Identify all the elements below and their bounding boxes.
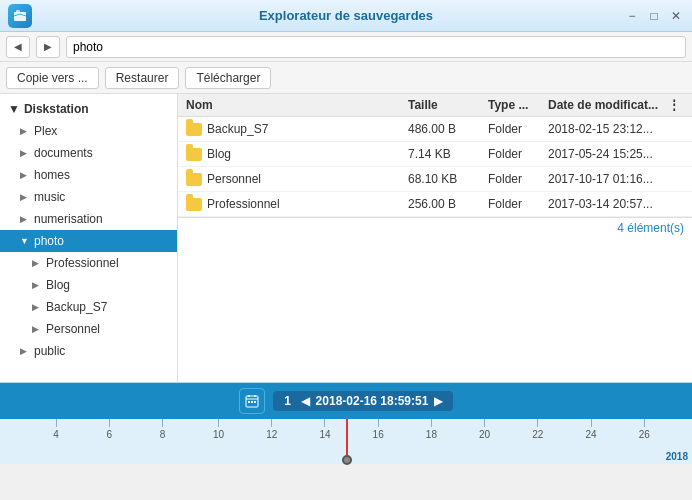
file-type-cell: Folder <box>488 122 548 136</box>
tick-label: 16 <box>373 429 384 440</box>
sidebar-item-label: Professionnel <box>46 256 119 270</box>
table-row[interactable]: Personnel 68.10 KB Folder 2017-10-17 01:… <box>178 167 692 192</box>
expand-arrow: ▶ <box>20 170 30 180</box>
sidebar-item-label: homes <box>34 168 70 182</box>
folder-icon <box>186 171 202 187</box>
sidebar-item-label: documents <box>34 146 93 160</box>
tick-label: 10 <box>213 429 224 440</box>
tick-mark: 24 <box>586 419 597 440</box>
expand-arrow: ▶ <box>32 280 42 290</box>
tick-line <box>378 419 379 427</box>
tick-line <box>218 419 219 427</box>
timeline-ruler[interactable]: 4 6 8 10 12 14 16 18 20 22 24 262018 <box>0 419 692 464</box>
timeline-next-button[interactable]: ▶ <box>432 394 445 408</box>
sidebar-item-plex[interactable]: ▶ Plex <box>0 120 177 142</box>
expand-arrow: ▶ <box>20 346 30 356</box>
tick-label: 26 <box>639 429 650 440</box>
file-type-cell: Folder <box>488 197 548 211</box>
tick-line <box>537 419 538 427</box>
expand-arrow: ▶ <box>32 258 42 268</box>
sidebar-item-documents[interactable]: ▶ documents <box>0 142 177 164</box>
tick-label: 24 <box>586 429 597 440</box>
timeline-nav: 1 ◀ 2018-02-16 18:59:51 ▶ <box>273 391 454 411</box>
tick-line <box>431 419 432 427</box>
svg-rect-6 <box>248 401 250 403</box>
file-size-cell: 256.00 B <box>408 197 488 211</box>
svg-rect-0 <box>14 12 26 21</box>
table-row[interactable]: Blog 7.14 KB Folder 2017-05-24 15:25... <box>178 142 692 167</box>
tick-mark: 6 <box>106 419 112 440</box>
restore-button[interactable]: Restaurer <box>105 67 180 89</box>
file-name-cell: Personnel <box>186 171 408 187</box>
tick-label: 8 <box>160 429 166 440</box>
expand-arrow: ▼ <box>20 236 30 246</box>
file-date-cell: 2017-05-24 15:25... <box>548 147 668 161</box>
window-title: Explorateur de sauvegardes <box>259 8 433 23</box>
sidebar-item-professionnel[interactable]: ▶ Professionnel <box>0 252 177 274</box>
file-type-cell: Folder <box>488 147 548 161</box>
sidebar-item-music[interactable]: ▶ music <box>0 186 177 208</box>
folder-icon <box>186 146 202 162</box>
timeline-cursor <box>346 419 348 464</box>
tick-line <box>324 419 325 427</box>
tick-line <box>591 419 592 427</box>
tick-line <box>162 419 163 427</box>
tick-label: 14 <box>319 429 330 440</box>
tick-mark: 14 <box>319 419 330 440</box>
file-date-cell: 2017-03-14 20:57... <box>548 197 668 211</box>
tick-mark: 10 <box>213 419 224 440</box>
tick-mark: 16 <box>373 419 384 440</box>
expand-arrow: ▶ <box>20 148 30 158</box>
sidebar-item-label: Plex <box>34 124 57 138</box>
file-name-cell: Blog <box>186 146 408 162</box>
calendar-button[interactable] <box>239 388 265 414</box>
tick-mark: 18 <box>426 419 437 440</box>
file-date-cell: 2017-10-17 01:16... <box>548 172 668 186</box>
path-input[interactable] <box>66 36 686 58</box>
timeline-prev-button[interactable]: ◀ <box>299 394 312 408</box>
tick-label: 6 <box>106 429 112 440</box>
tick-line <box>56 419 57 427</box>
folder-icon <box>186 121 202 137</box>
sidebar-item-personnel[interactable]: ▶ Personnel <box>0 318 177 340</box>
back-button[interactable]: ◀ <box>6 36 30 58</box>
expand-arrow: ▶ <box>20 214 30 224</box>
file-name-cell: Backup_S7 <box>186 121 408 137</box>
sidebar-item-backup_s7[interactable]: ▶ Backup_S7 <box>0 296 177 318</box>
col-header-more[interactable]: ⋮ <box>668 98 684 112</box>
minimize-button[interactable]: − <box>624 8 640 24</box>
tick-line <box>109 419 110 427</box>
action-bar: Copie vers ... Restaurer Télécharger <box>0 62 692 94</box>
close-button[interactable]: ✕ <box>668 8 684 24</box>
app-icon <box>8 4 32 28</box>
copy-to-button[interactable]: Copie vers ... <box>6 67 99 89</box>
svg-rect-1 <box>16 10 20 13</box>
tick-label: 20 <box>479 429 490 440</box>
main-content: ▼ Diskstation ▶ Plex▶ documents▶ homes▶ … <box>0 94 692 382</box>
window-controls: − □ ✕ <box>624 8 684 24</box>
sidebar-item-blog[interactable]: ▶ Blog <box>0 274 177 296</box>
table-row[interactable]: Professionnel 256.00 B Folder 2017-03-14… <box>178 192 692 217</box>
sidebar-item-homes[interactable]: ▶ homes <box>0 164 177 186</box>
tick-label: 4 <box>53 429 59 440</box>
expand-arrow: ▶ <box>20 126 30 136</box>
tick-line <box>484 419 485 427</box>
tick-line <box>644 419 645 427</box>
file-date-cell: 2018-02-15 23:12... <box>548 122 668 136</box>
file-type-cell: Folder <box>488 172 548 186</box>
expand-arrow: ▶ <box>32 324 42 334</box>
tick-label: 18 <box>426 429 437 440</box>
sidebar-item-numerisation[interactable]: ▶ numerisation <box>0 208 177 230</box>
table-row[interactable]: Backup_S7 486.00 B Folder 2018-02-15 23:… <box>178 117 692 142</box>
file-size-cell: 68.10 KB <box>408 172 488 186</box>
download-button[interactable]: Télécharger <box>185 67 271 89</box>
timeline-page: 1 <box>281 394 295 408</box>
sidebar-section-diskstation[interactable]: ▼ Diskstation <box>0 98 177 120</box>
sidebar-item-public[interactable]: ▶ public <box>0 340 177 362</box>
maximize-button[interactable]: □ <box>646 8 662 24</box>
file-list-panel: Nom Taille Type ... Date de modificat...… <box>178 94 692 382</box>
forward-button[interactable]: ▶ <box>36 36 60 58</box>
nav-toolbar: ◀ ▶ <box>0 32 692 62</box>
sidebar-item-photo[interactable]: ▼ photo <box>0 230 177 252</box>
col-header-date: Date de modificat... <box>548 98 668 112</box>
